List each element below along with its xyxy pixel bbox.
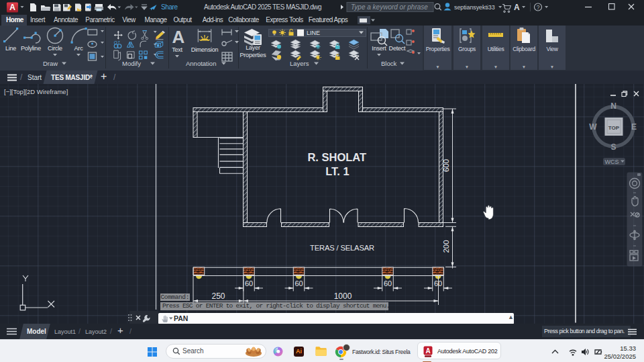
svg-text:60: 60	[384, 279, 392, 287]
svg-text:R. SHOLAT: R. SHOLAT	[307, 151, 366, 163]
svg-text:Dimension: Dimension	[191, 46, 219, 53]
svg-text:TERAS / SELASAR: TERAS / SELASAR	[310, 244, 374, 252]
svg-text:TOP: TOP	[608, 125, 620, 131]
svg-text:S: S	[610, 142, 616, 152]
svg-text:W: W	[589, 122, 597, 132]
svg-text:Insert: Insert	[372, 45, 386, 52]
svg-text:Properties: Properties	[239, 52, 266, 58]
svg-text:Line: Line	[5, 45, 16, 52]
svg-text:septiansyekti33: septiansyekti33	[454, 4, 495, 11]
svg-text:N: N	[610, 101, 616, 111]
svg-text:Block: Block	[381, 60, 396, 67]
svg-text:A: A	[9, 3, 15, 12]
svg-text:Polyline: Polyline	[21, 45, 41, 52]
svg-text:A: A	[425, 347, 430, 355]
svg-text:Text: Text	[172, 46, 182, 53]
svg-text:60: 60	[294, 279, 303, 287]
svg-text:Type a keyword or phrase: Type a keyword or phrase	[351, 3, 428, 11]
svg-text:Annotation: Annotation	[186, 60, 216, 67]
svg-text:LT. 1: LT. 1	[325, 165, 349, 177]
svg-text:LINE: LINE	[307, 30, 320, 36]
svg-text:250: 250	[211, 291, 225, 301]
svg-text:600: 600	[442, 159, 450, 172]
svg-text:200: 200	[442, 240, 450, 253]
svg-text:7: 7	[117, 40, 119, 44]
svg-text:60: 60	[434, 279, 442, 287]
svg-text:60: 60	[245, 279, 253, 287]
svg-text:1000: 1000	[334, 291, 352, 301]
svg-text:A: A	[172, 27, 185, 47]
svg-text:E: E	[631, 122, 637, 132]
svg-text:WCS: WCS	[605, 159, 619, 165]
svg-text:Modify: Modify	[122, 60, 141, 67]
svg-text:Layer: Layer	[246, 44, 260, 51]
svg-text:Circle: Circle	[48, 45, 62, 52]
svg-text:A: A	[514, 3, 520, 12]
svg-text:Layers: Layers	[290, 60, 309, 67]
svg-text:Detect: Detect	[389, 45, 407, 52]
svg-text:Draw: Draw	[43, 60, 58, 67]
svg-text:Arc: Arc	[74, 45, 84, 52]
svg-text:?: ?	[537, 4, 540, 11]
